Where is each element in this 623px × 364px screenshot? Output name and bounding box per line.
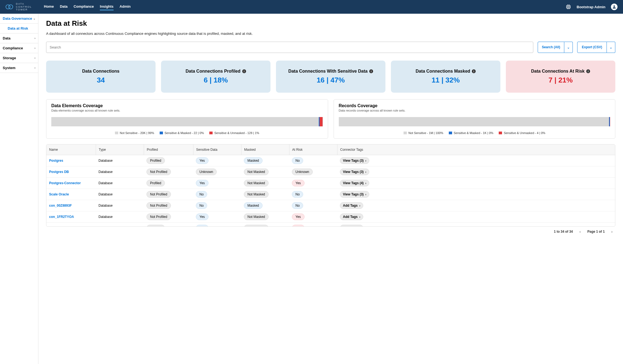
- stat-title: Data Connections Masked i: [416, 69, 476, 74]
- tags-button[interactable]: Add Tags ›: [340, 202, 363, 209]
- coverage-legend: Not Sensitive - 20K | 99%Sensitive & Mas…: [51, 131, 323, 135]
- sidebar-sub-data-at-risk[interactable]: Data at Risk: [0, 24, 38, 33]
- tags-button[interactable]: View Tags (3) ›: [340, 157, 369, 164]
- nav-home[interactable]: Home: [44, 3, 54, 10]
- stat-card: Data Connections With Sensitive Data i16…: [276, 61, 385, 93]
- legend-item: Not Sensitive - 20K | 99%: [115, 131, 154, 135]
- settings-icon[interactable]: [566, 4, 571, 10]
- connector-link[interactable]: Postgres: [49, 159, 63, 163]
- legend-item: Not Sensitive - 1M | 100%: [404, 131, 443, 135]
- legend-item: Sensitive & Unmasked - 128 | 1%: [209, 131, 259, 135]
- user-name[interactable]: Bootstrap Admin: [577, 5, 605, 9]
- logo[interactable]: DATA CONTROL TOWER: [5, 2, 32, 11]
- status-pill: Not Profiled: [146, 202, 171, 209]
- status-pill: Unknown: [196, 169, 217, 175]
- connector-link[interactable]: con_00Z8893F: [49, 204, 72, 207]
- connector-link[interactable]: Postgres-Connector: [49, 181, 81, 185]
- stat-title: Data Connections With Sensitive Data i: [288, 69, 373, 74]
- connectors-table: NameTypeProfiledSensitive DataMaskedAt R…: [46, 144, 615, 227]
- status-pill: Profiled: [146, 157, 165, 164]
- info-icon[interactable]: i: [586, 69, 590, 73]
- logo-text: DATA CONTROL TOWER: [16, 2, 32, 11]
- page-subtitle: A dashboard of all connectors across Con…: [46, 32, 615, 36]
- sidebar-item-system[interactable]: System›: [0, 63, 38, 73]
- chevron-right-icon: ›: [365, 159, 367, 162]
- search-input[interactable]: [46, 42, 533, 53]
- search-dropdown[interactable]: ⌄: [564, 42, 573, 53]
- coverage-row: Data Elements CoverageData elements cove…: [46, 99, 615, 139]
- export-button[interactable]: Export (CSV): [577, 42, 607, 53]
- stat-card: Data Connections Masked i11 | 32%: [391, 61, 500, 93]
- status-pill: Not Masked: [244, 191, 269, 198]
- status-pill: Profiled: [146, 225, 165, 226]
- table-row: con_1FR2TYOADatabaseNot ProfiledYesNot M…: [46, 211, 615, 223]
- info-icon[interactable]: i: [369, 69, 373, 73]
- nav-compliance[interactable]: Compliance: [74, 3, 94, 10]
- status-pill: No: [196, 202, 207, 209]
- tags-button[interactable]: View Tags (4) ›: [340, 180, 369, 186]
- coverage-desc: Data records coverage across all known r…: [339, 109, 610, 112]
- status-pill: Yes: [292, 180, 305, 186]
- table-row: Scale OracleDatabaseNot ProfiledNoNot Ma…: [46, 189, 615, 200]
- stat-card: Data Connections At Risk i7 | 21%: [506, 61, 615, 93]
- sidebar-item-storage[interactable]: Storage›: [0, 53, 38, 63]
- tags-button[interactable]: View Tags (3) ›: [340, 169, 369, 175]
- column-header[interactable]: Profiled: [144, 144, 193, 155]
- next-page[interactable]: ›: [610, 229, 614, 234]
- search-box: [46, 42, 533, 53]
- nav-data[interactable]: Data: [60, 3, 67, 10]
- column-header[interactable]: Type: [96, 144, 144, 155]
- chevron-right-icon: ›: [35, 37, 35, 40]
- status-pill: Masked: [244, 157, 263, 164]
- connector-link[interactable]: Scale Oracle: [49, 192, 69, 196]
- chevron-right-icon: ›: [35, 66, 35, 69]
- sidebar-item-compliance[interactable]: Compliance›: [0, 43, 38, 53]
- connector-link[interactable]: Postgres DB: [49, 170, 69, 174]
- stat-value: 7 | 21%: [509, 76, 613, 84]
- status-pill: No: [292, 202, 303, 209]
- stat-value: 6 | 18%: [164, 76, 268, 84]
- export-dropdown[interactable]: ⌄: [607, 42, 615, 53]
- sidebar-item-data-governance[interactable]: Data Governance⌄: [0, 14, 38, 24]
- status-pill: Not Profiled: [146, 214, 171, 220]
- connector-link[interactable]: con_1FR2TYOA: [49, 215, 74, 219]
- sidebar-item-data[interactable]: Data›: [0, 33, 38, 43]
- nav-admin[interactable]: Admin: [120, 3, 131, 10]
- search-button[interactable]: Search (All): [538, 42, 564, 53]
- column-header[interactable]: Connector Tags: [337, 144, 615, 155]
- avatar[interactable]: [611, 4, 618, 10]
- status-pill: Yes: [196, 180, 208, 186]
- logo-icon: [5, 3, 13, 11]
- search-btn-group: Search (All) ⌄: [538, 42, 573, 53]
- column-header[interactable]: Masked: [241, 144, 289, 155]
- legend-item: Sensitive & Unmasked - 4 | 0%: [499, 131, 545, 135]
- connector-link[interactable]: con_2BN9BSQV: [49, 226, 75, 226]
- legend-item: Sensitive & Masked - 22 | 0%: [160, 131, 204, 135]
- column-header[interactable]: Sensitive Data: [193, 144, 241, 155]
- chevron-right-icon: ›: [365, 170, 367, 174]
- tags-button[interactable]: Add Tags ›: [340, 214, 363, 220]
- info-icon[interactable]: i: [242, 69, 246, 73]
- status-pill: Not Masked: [244, 180, 269, 186]
- prev-page[interactable]: ‹: [578, 229, 582, 234]
- row-range: 1 to 34 of 34: [554, 230, 573, 234]
- status-pill: Not Masked: [244, 225, 269, 226]
- column-header[interactable]: At Risk: [289, 144, 337, 155]
- chevron-down-icon: ⌄: [567, 46, 570, 49]
- tags-button[interactable]: View Tags (3) ›: [340, 191, 369, 198]
- coverage-desc: Data elements coverage across all known …: [51, 109, 323, 112]
- table-header: NameTypeProfiledSensitive DataMaskedAt R…: [46, 144, 615, 155]
- page-title: Data at Risk: [46, 19, 615, 28]
- column-header[interactable]: Name: [46, 144, 96, 155]
- search-row: Search (All) ⌄ Export (CSV) ⌄: [46, 42, 615, 53]
- page-indicator: Page 1 of 1: [587, 230, 605, 234]
- info-icon[interactable]: i: [472, 69, 476, 73]
- nav-insights[interactable]: Insights: [100, 3, 114, 10]
- tags-button[interactable]: Add Tags ›: [340, 225, 363, 226]
- table-body[interactable]: PostgresDatabaseProfiledYesMaskedNoView …: [46, 155, 615, 226]
- stat-value: 11 | 32%: [394, 76, 498, 84]
- svg-point-1: [9, 5, 13, 9]
- stat-title: Data Connections Profiled i: [185, 69, 246, 74]
- table-footer: 1 to 34 of 34 ‹ Page 1 of 1 ›: [46, 227, 615, 237]
- status-pill: Profiled: [146, 180, 165, 186]
